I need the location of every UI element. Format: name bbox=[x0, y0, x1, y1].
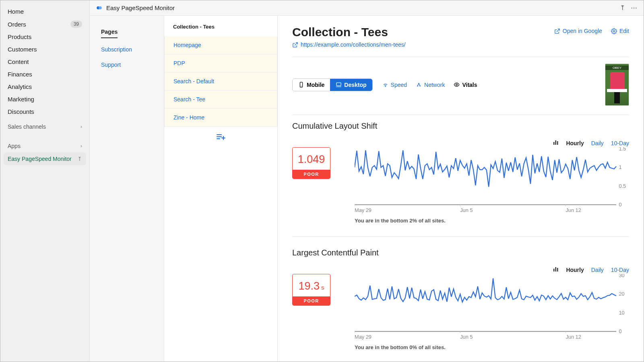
page-list-item-pdp[interactable]: PDP bbox=[164, 54, 277, 72]
page-list-item-homepage[interactable]: Homepage bbox=[164, 36, 277, 54]
page-url-link[interactable]: https://example.com/collections/men-tees… bbox=[292, 41, 406, 48]
nav-marketing[interactable]: Marketing bbox=[0, 93, 89, 105]
nav-customers[interactable]: Customers bbox=[0, 43, 89, 56]
svg-text:1: 1 bbox=[619, 165, 621, 171]
chart-cls-caption: You are in the bottom 2% of all sites. bbox=[355, 218, 629, 224]
nav-analytics[interactable]: Analytics bbox=[0, 80, 89, 93]
time-daily[interactable]: Daily bbox=[591, 140, 604, 146]
score-card-cls: 1.049 POOR bbox=[292, 147, 330, 179]
svg-text:Jun 12: Jun 12 bbox=[566, 334, 581, 340]
sidebar-app-easy-pagespeed[interactable]: Easy PageSpeed Monitor⤒ bbox=[4, 152, 86, 165]
tab-vitals[interactable]: Vitals bbox=[454, 82, 477, 88]
svg-text:Jun 12: Jun 12 bbox=[566, 208, 581, 213]
score-value-lcp: 19.3 s bbox=[293, 274, 330, 296]
topbar: Easy PageSpeed Monitor ⤒ ⋯ bbox=[90, 0, 644, 16]
page-list-heading: Collection - Tees bbox=[164, 24, 277, 36]
svg-rect-17 bbox=[553, 142, 555, 145]
pin-icon[interactable]: ⤒ bbox=[77, 156, 82, 162]
open-in-google-link[interactable]: Open in Google bbox=[554, 28, 602, 34]
time-daily[interactable]: Daily bbox=[591, 267, 604, 273]
network-icon bbox=[416, 82, 422, 88]
page-list-item-zine-home[interactable]: Zine - Home bbox=[164, 109, 277, 127]
score-status-lcp: POOR bbox=[293, 296, 330, 305]
chart-lcp: 0102030May 29Jun 5Jun 12 bbox=[355, 274, 629, 340]
edit-link[interactable]: Edit bbox=[611, 28, 629, 34]
bar-chart-icon[interactable] bbox=[553, 266, 559, 273]
nav-orders[interactable]: Orders39 bbox=[0, 18, 89, 31]
nav-home[interactable]: Home bbox=[0, 5, 89, 18]
mobile-icon bbox=[298, 82, 304, 88]
view-tabs: Speed Network Vitals bbox=[382, 82, 477, 88]
chart-lcp-caption: You are in the bottom 0% of all sites. bbox=[355, 344, 629, 350]
chevron-right-icon: › bbox=[80, 124, 82, 130]
svg-text:Jun 5: Jun 5 bbox=[460, 334, 473, 340]
time-hourly[interactable]: Hourly bbox=[566, 140, 584, 146]
svg-text:30: 30 bbox=[619, 274, 624, 278]
svg-text:1.5: 1.5 bbox=[619, 147, 626, 152]
svg-text:May 29: May 29 bbox=[355, 208, 372, 213]
desktop-icon bbox=[336, 82, 342, 88]
external-link-icon bbox=[554, 28, 560, 34]
app-sidebar: Pages Subscription Support bbox=[90, 16, 164, 362]
content: Collection - Tees https://example.com/co… bbox=[277, 16, 644, 362]
svg-text:20: 20 bbox=[619, 292, 624, 297]
nav-content[interactable]: Content bbox=[0, 56, 89, 68]
app-sidebar-heading: Pages bbox=[101, 29, 118, 38]
eye-icon bbox=[454, 82, 460, 88]
time-10day[interactable]: 10-Day bbox=[611, 267, 629, 273]
device-mobile-button[interactable]: Mobile bbox=[293, 79, 330, 91]
metric-lcp: Largest Contentful Paint Hourly Daily 10… bbox=[292, 248, 629, 350]
score-status-cls: POOR bbox=[293, 170, 330, 179]
page-list-item-search-tee[interactable]: Search - Tee bbox=[164, 90, 277, 109]
svg-rect-31 bbox=[553, 269, 555, 272]
add-page-button[interactable] bbox=[164, 127, 277, 148]
svg-point-7 bbox=[613, 30, 615, 32]
sidebar-link-support[interactable]: Support bbox=[101, 62, 153, 68]
svg-text:10: 10 bbox=[619, 310, 624, 316]
app-logo-icon bbox=[96, 5, 102, 11]
svg-point-12 bbox=[385, 86, 385, 86]
metric-cls-title: Cumulative Layout Shift bbox=[292, 121, 629, 131]
more-icon[interactable]: ⋯ bbox=[631, 4, 637, 12]
svg-text:Jun 5: Jun 5 bbox=[460, 208, 473, 213]
device-segment: Mobile Desktop bbox=[292, 78, 373, 91]
sidebar-link-subscription[interactable]: Subscription bbox=[101, 46, 153, 53]
nav-discounts[interactable]: Discounts bbox=[0, 105, 89, 118]
chevron-right-icon: › bbox=[80, 143, 82, 149]
page-thumbnail[interactable] bbox=[605, 64, 629, 106]
svg-point-16 bbox=[456, 84, 458, 86]
time-hourly[interactable]: Hourly bbox=[566, 267, 584, 273]
nav-products[interactable]: Products bbox=[0, 31, 89, 43]
svg-text:0: 0 bbox=[619, 329, 621, 334]
admin-sidebar: Home Orders39 Products Customers Content… bbox=[0, 0, 90, 362]
svg-point-13 bbox=[419, 83, 419, 84]
wifi-icon bbox=[382, 82, 388, 88]
svg-rect-19 bbox=[557, 141, 558, 145]
chart-cls: 00.511.5May 29Jun 5Jun 12 bbox=[355, 147, 629, 214]
device-desktop-button[interactable]: Desktop bbox=[330, 79, 372, 91]
svg-point-1 bbox=[99, 6, 102, 10]
svg-point-14 bbox=[417, 86, 418, 86]
tab-speed[interactable]: Speed bbox=[382, 82, 407, 88]
page-title: Collection - Tees bbox=[292, 25, 406, 39]
tab-network[interactable]: Network bbox=[416, 82, 445, 88]
svg-point-15 bbox=[420, 86, 420, 86]
nav-finances[interactable]: Finances bbox=[0, 68, 89, 80]
pin-icon[interactable]: ⤒ bbox=[620, 4, 625, 12]
svg-rect-33 bbox=[557, 268, 558, 272]
score-value-cls: 1.049 bbox=[293, 148, 330, 170]
svg-rect-18 bbox=[555, 140, 557, 145]
svg-text:May 29: May 29 bbox=[355, 334, 372, 340]
page-list-item-search-default[interactable]: Search - Default bbox=[164, 72, 277, 90]
bar-chart-icon[interactable] bbox=[553, 140, 559, 146]
gear-icon bbox=[611, 28, 617, 34]
external-link-icon bbox=[292, 42, 298, 48]
svg-text:0.5: 0.5 bbox=[619, 183, 626, 189]
page-list: Collection - Tees Homepage PDP Search - … bbox=[164, 16, 277, 362]
svg-rect-32 bbox=[555, 267, 557, 272]
time-10day[interactable]: 10-Day bbox=[611, 140, 629, 146]
sales-channels-header[interactable]: Sales channels› bbox=[0, 118, 89, 130]
svg-rect-10 bbox=[336, 83, 341, 86]
apps-header[interactable]: Apps› bbox=[0, 137, 89, 149]
score-card-lcp: 19.3 s POOR bbox=[292, 274, 330, 306]
